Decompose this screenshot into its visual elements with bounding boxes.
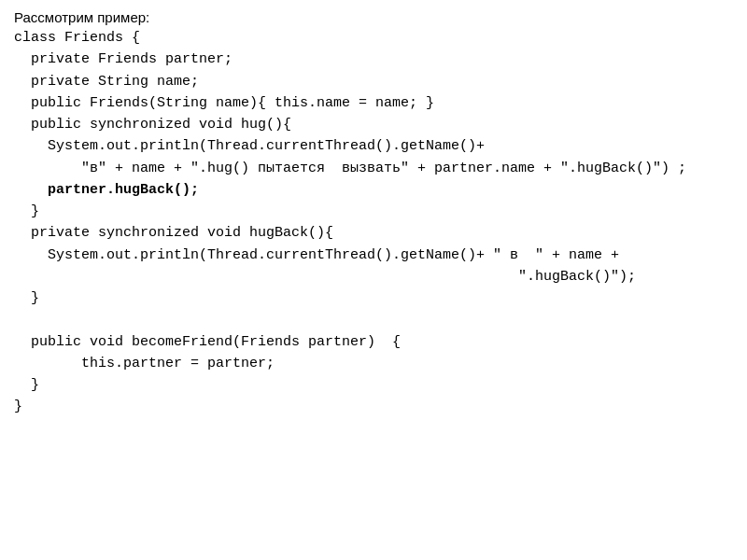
code-line16: this.partner = partner; (14, 356, 275, 371)
code-line17: } (14, 377, 39, 393)
code-line3: private String name; (14, 74, 199, 90)
intro-text: Рассмотрим пример: (14, 9, 733, 25)
code-line10: private synchronized void hugBack(){ (14, 225, 333, 241)
code-container: class Friends { private Friends partner;… (14, 27, 733, 418)
code-line12: ".hugBack()"); (14, 269, 636, 285)
code-line18: } (14, 399, 22, 414)
code-line11: System.out.println(Thread.currentThread(… (14, 247, 619, 263)
code-line9: } (14, 203, 39, 219)
code-line8: partner.hugBack(); (14, 182, 199, 198)
code-line7: "в" + name + ".hug() пытается вызвать" +… (14, 161, 686, 176)
code-line4: public Friends(String name){ this.name =… (14, 95, 434, 111)
code-line5: public synchronized void hug(){ (14, 117, 291, 133)
code-line2: private Friends partner; (14, 51, 233, 67)
code-line1: class Friends { (14, 30, 140, 46)
code-line6: System.out.println(Thread.currentThread(… (14, 138, 485, 154)
code-line15: public void becomeFriend(Friends partner… (14, 334, 401, 350)
code-line13: } (14, 290, 39, 306)
